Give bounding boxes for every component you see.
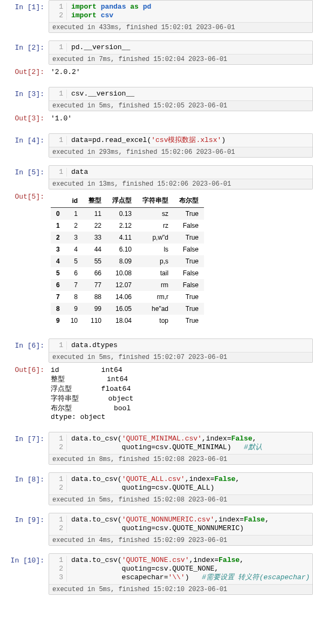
code-text: import pandas as pd import csv xyxy=(67,3,151,20)
cell-1: In [1]: 12 import pandas as pd import cs… xyxy=(0,0,313,33)
table-header xyxy=(51,194,65,208)
cell-4: In [4]: 1 data=pd.read_excel('csv模拟数据.xl… xyxy=(0,133,313,158)
in-prompt: In [2]: xyxy=(0,40,49,54)
in-prompt: In [10]: xyxy=(0,553,49,567)
cell-6: In [6]: 1 data.dtypes executed in 5ms, f… xyxy=(0,338,313,363)
table-row: 12222.12rzFalse xyxy=(51,220,204,232)
table-row: 899916.05he"adTrue xyxy=(51,303,204,315)
code-input[interactable]: 1 csv.__version__ executed in 5ms, finis… xyxy=(49,87,313,111)
out-prompt: Out[2]: xyxy=(0,65,49,78)
exec-status: executed in 7ms, finished 15:02:04 2023-… xyxy=(49,54,312,64)
exec-status: executed in 5ms, finished 15:02:05 2023-… xyxy=(49,100,312,111)
in-prompt: In [8]: xyxy=(0,472,49,486)
cell-5: In [5]: 1 data executed in 13ms, finishe… xyxy=(0,165,313,189)
out-prompt: Out[5]: xyxy=(0,189,49,203)
out-prompt: Out[6]: xyxy=(0,363,49,376)
cell-10: In [10]: 123 data.to_csv('QUOTE_NONE.csv… xyxy=(0,553,313,595)
cell-3: In [3]: 1 csv.__version__ executed in 5m… xyxy=(0,87,313,111)
code-input[interactable]: 1 data executed in 13ms, finished 15:02:… xyxy=(49,165,313,189)
exec-status: executed in 8ms, finished 15:02:08 2023-… xyxy=(49,454,312,464)
exec-status: executed in 13ms, finished 15:02:06 2023… xyxy=(49,179,312,189)
table-row: 01110.13szTrue xyxy=(51,208,204,220)
code-input[interactable]: 12 data.to_csv('QUOTE_ALL.csv',index=Fal… xyxy=(49,472,313,505)
table-row: 23334.11p,w"dTrue xyxy=(51,232,204,243)
table-header: 整型 xyxy=(83,194,107,208)
exec-status: executed in 4ms, finished 15:02:09 2023-… xyxy=(49,535,312,545)
cell-2-out: Out[2]: '2.0.2' xyxy=(0,65,313,79)
code-input[interactable]: 1 data=pd.read_excel('csv模拟数据.xlsx') exe… xyxy=(49,133,313,158)
table-row: 91011018.04topTrue xyxy=(51,315,204,327)
in-prompt: In [1]: xyxy=(0,0,49,13)
table-header: id xyxy=(65,194,83,208)
cell-7: In [7]: 12 data.to_csv('QUOTE_MINIMAL.cs… xyxy=(0,432,313,465)
cell-6-out: Out[6]: id int64 整型 int64 浮点型 float64 字符… xyxy=(0,363,313,424)
cell-8: In [8]: 12 data.to_csv('QUOTE_ALL.csv',i… xyxy=(0,472,313,505)
table-row: 566610.08tailFalse xyxy=(51,267,204,279)
code-input[interactable]: 1 pd.__version__ executed in 7ms, finish… xyxy=(49,40,313,65)
code-input[interactable]: 123 data.to_csv('QUOTE_NONE.csv',index=F… xyxy=(49,553,313,595)
table-header: 浮点型 xyxy=(107,194,137,208)
exec-status: executed in 5ms, finished 15:02:07 2023-… xyxy=(49,352,312,362)
table-row: 34446.10lsFalse xyxy=(51,243,204,255)
cell-2: In [2]: 1 pd.__version__ executed in 7ms… xyxy=(0,40,313,65)
table-row: 45558.09p,sTrue xyxy=(51,255,204,267)
exec-status: executed in 293ms, finished 15:02:06 202… xyxy=(49,147,312,157)
output-text: '1.0' xyxy=(49,111,313,126)
in-prompt: In [6]: xyxy=(0,338,49,352)
code-input[interactable]: 1 data.dtypes executed in 5ms, finished … xyxy=(49,338,313,363)
code-input[interactable]: 12 import pandas as pd import csv execut… xyxy=(49,0,313,33)
exec-status: executed in 5ms, finished 15:02:08 2023-… xyxy=(49,494,312,505)
output-text: '2.0.2' xyxy=(49,65,313,79)
cell-5-out: Out[5]: id整型浮点型字符串型布尔型 01110.13szTrue122… xyxy=(0,189,313,331)
in-prompt: In [9]: xyxy=(0,513,49,526)
code-input[interactable]: 12 data.to_csv('QUOTE_MINIMAL.csv',index… xyxy=(49,432,313,465)
exec-status: executed in 5ms, finished 15:02:10 2023-… xyxy=(49,584,312,594)
in-prompt: In [5]: xyxy=(0,165,49,179)
output-text: id int64 整型 int64 浮点型 float64 字符串型 objec… xyxy=(49,363,313,424)
table-header: 字符串型 xyxy=(137,194,174,208)
cell-3-out: Out[3]: '1.0' xyxy=(0,111,313,126)
dataframe-table: id整型浮点型字符串型布尔型 01110.13szTrue12222.12rzF… xyxy=(51,194,204,327)
code-input[interactable]: 12 data.to_csv('QUOTE_NONNUMERIC.csv',in… xyxy=(49,513,313,546)
table-row: 788814.06rm,rTrue xyxy=(51,291,204,303)
in-prompt: In [3]: xyxy=(0,87,49,100)
table-header: 布尔型 xyxy=(174,194,204,208)
in-prompt: In [7]: xyxy=(0,432,49,445)
out-prompt: Out[3]: xyxy=(0,111,49,125)
cell-9: In [9]: 12 data.to_csv('QUOTE_NONNUMERIC… xyxy=(0,513,313,546)
exec-status: executed in 433ms, finished 15:02:01 202… xyxy=(49,22,312,32)
in-prompt: In [4]: xyxy=(0,133,49,147)
table-row: 677712.07rmFalse xyxy=(51,279,204,291)
gutter: 12 xyxy=(49,3,67,20)
